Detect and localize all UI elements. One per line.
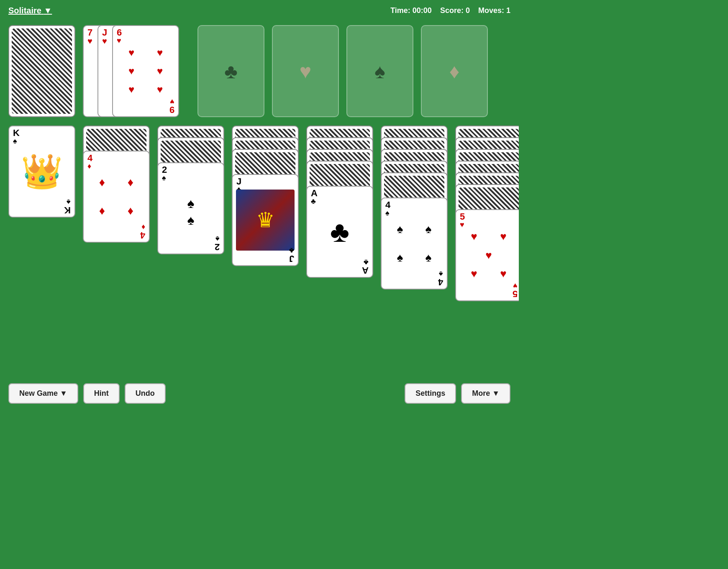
hint-button[interactable]: Hint <box>83 383 120 404</box>
jack-clubs-card[interactable]: J ♣ ♛ J ♣ <box>232 174 299 266</box>
four-diamonds-card[interactable]: 4 ♦ ♦♦ ♦♦ 4 ♦ <box>83 151 150 243</box>
foundation-hearts[interactable]: ♥ <box>272 25 339 117</box>
footer-right: Settings More ▼ <box>405 383 510 404</box>
moves-display: Moves: 1 <box>478 6 510 15</box>
time-display: Time: 00:00 <box>390 6 432 15</box>
tableau-col-5: A ♣ ♣ A ♣ <box>306 126 373 305</box>
foundation-spades[interactable]: ♠ <box>346 25 413 117</box>
foundation-clubs[interactable]: ♣ <box>197 25 264 117</box>
tableau-col-3: 2 ♠ ♠ ♠ 2 ♠ <box>157 126 224 268</box>
hearts-icon: ♥ <box>300 60 312 83</box>
more-button[interactable]: More ▼ <box>461 383 510 404</box>
waste-pile: 7 ♥ ♥ 7 ♥ J ♥ J ♥ 6 ♥ <box>83 25 175 117</box>
footer-left: New Game ▼ Hint Undo <box>8 383 166 404</box>
tableau-row: K ♠ 👑 K ♠ 4 ♦ <box>8 126 510 356</box>
undo-button[interactable]: Undo <box>125 383 166 404</box>
top-row: 7 ♥ ♥ 7 ♥ J ♥ J ♥ 6 ♥ <box>8 25 510 117</box>
game-title[interactable]: Solitaire ▼ <box>8 6 52 15</box>
new-game-button[interactable]: New Game ▼ <box>8 383 78 404</box>
stock-pile[interactable] <box>8 25 75 117</box>
tableau-col-2: 4 ♦ ♦♦ ♦♦ 4 ♦ <box>83 126 150 243</box>
score-display: Score: 0 <box>440 6 470 15</box>
tableau-col-7: 5 ♥ ♥♥ ♥ ♥♥ 5 ♥ <box>455 126 519 356</box>
spades-icon: ♠ <box>374 60 385 83</box>
settings-button[interactable]: Settings <box>405 383 456 404</box>
king-spades-card[interactable]: K ♠ 👑 K ♠ <box>8 126 75 218</box>
four-spades-card[interactable]: 4 ♠ ♠♠ ♠♠ 4 ♠ <box>381 197 448 290</box>
tableau-col-6: 4 ♠ ♠♠ ♠♠ 4 ♠ <box>381 126 448 331</box>
tableau-col-4: J ♣ ♛ J ♣ <box>232 126 299 293</box>
five-hearts-card[interactable]: 5 ♥ ♥♥ ♥ ♥♥ 5 ♥ <box>455 209 519 301</box>
clubs-icon: ♣ <box>224 60 238 83</box>
ace-clubs-card[interactable]: A ♣ ♣ A ♣ <box>306 186 373 278</box>
two-spades-card[interactable]: 2 ♠ ♠ ♠ 2 ♠ <box>157 162 224 254</box>
foundation-diamonds[interactable]: ♦ <box>421 25 488 117</box>
footer: New Game ▼ Hint Undo Settings More ▼ <box>0 377 519 410</box>
diamonds-icon: ♦ <box>449 60 460 83</box>
header: Solitaire ▼ Time: 00:00 Score: 0 Moves: … <box>0 0 519 21</box>
waste-card-6h[interactable]: 6 ♥ ♥♥ ♥♥ ♥♥ 9 ♥ <box>112 25 179 117</box>
tableau-col-1: K ♠ 👑 K ♠ <box>8 126 75 218</box>
header-stats: Time: 00:00 Score: 0 Moves: 1 <box>390 6 510 15</box>
game-area: 7 ♥ ♥ 7 ♥ J ♥ J ♥ 6 ♥ <box>0 21 519 360</box>
